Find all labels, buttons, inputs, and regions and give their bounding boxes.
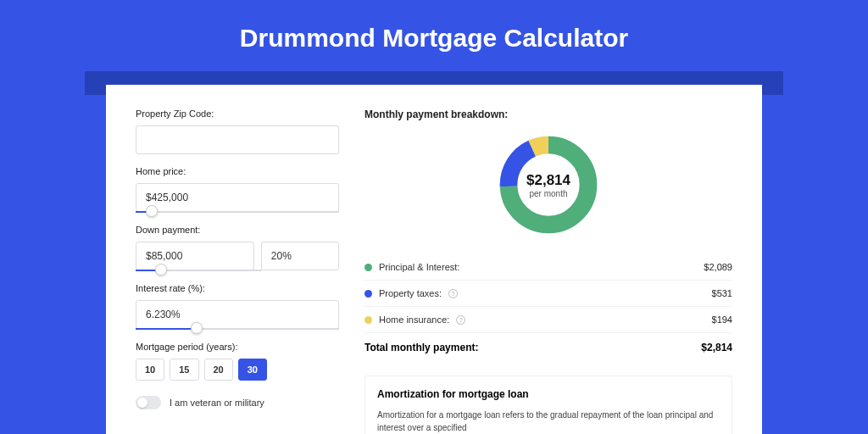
breakdown-column: Monthly payment breakdown: $2,814 per mo… <box>364 108 732 434</box>
down-payment-field: Down payment: <box>136 225 339 271</box>
donut-center: $2,814 per month <box>496 132 601 237</box>
home-price-slider[interactable] <box>136 211 339 213</box>
legend-row-2: Home insurance:?$194 <box>364 307 732 333</box>
legend-dot-icon <box>364 290 372 298</box>
toggle-knob-icon <box>137 398 147 408</box>
period-button-30[interactable]: 30 <box>238 359 267 381</box>
info-icon[interactable]: ? <box>456 315 465 325</box>
period-button-15[interactable]: 15 <box>170 359 198 381</box>
amortization-title: Amortization for mortgage loan <box>377 388 720 400</box>
veteran-toggle[interactable] <box>136 396 161 409</box>
donut-center-amount: $2,814 <box>526 172 570 189</box>
home-price-label: Home price: <box>136 166 339 176</box>
interest-rate-field: Interest rate (%): <box>136 283 339 330</box>
legend-value: $531 <box>712 288 732 298</box>
breakdown-title: Monthly payment breakdown: <box>364 108 732 120</box>
legend-dot-icon <box>364 264 372 271</box>
home-price-slider-thumb[interactable] <box>146 205 158 217</box>
legend-value: $2,089 <box>704 262 732 272</box>
inputs-column: Property Zip Code: Home price: Down paym… <box>136 108 339 434</box>
down-payment-slider-thumb[interactable] <box>155 264 167 275</box>
zip-input[interactable] <box>136 125 339 154</box>
amortization-text: Amortization for a mortgage loan refers … <box>377 409 720 434</box>
total-label: Total monthly payment: <box>364 342 478 353</box>
veteran-toggle-label: I am veteran or military <box>170 398 264 408</box>
interest-rate-input[interactable] <box>136 300 339 329</box>
legend-label: Home insurance: <box>379 314 449 325</box>
page-title: Drummond Mortgage Calculator <box>0 0 868 71</box>
down-payment-amount-input[interactable] <box>136 242 254 270</box>
donut-chart-wrap: $2,814 per month <box>364 132 732 237</box>
zip-field: Property Zip Code: <box>136 108 339 154</box>
calculator-card: Property Zip Code: Home price: Down paym… <box>106 85 762 434</box>
interest-rate-slider-thumb[interactable] <box>191 322 203 334</box>
amortization-box: Amortization for mortgage loan Amortizat… <box>364 376 732 434</box>
legend-label: Principal & Interest: <box>379 262 459 272</box>
home-price-field: Home price: <box>136 166 339 213</box>
veteran-toggle-row: I am veteran or military <box>136 396 339 409</box>
donut-center-sub: per month <box>529 189 567 198</box>
legend-row-1: Property taxes:?$531 <box>364 281 732 307</box>
period-button-10[interactable]: 10 <box>136 359 164 381</box>
home-price-input[interactable] <box>136 183 339 212</box>
legend-value: $194 <box>712 314 732 325</box>
down-payment-label: Down payment: <box>136 225 339 235</box>
zip-label: Property Zip Code: <box>136 108 339 119</box>
mortgage-period-label: Mortgage period (years): <box>136 342 339 352</box>
legend-row-0: Principal & Interest:$2,089 <box>364 254 732 281</box>
interest-rate-slider[interactable] <box>136 328 339 330</box>
down-payment-percent-input[interactable] <box>261 242 339 270</box>
legend-label: Property taxes: <box>379 288 442 298</box>
total-value: $2,814 <box>701 342 732 353</box>
total-row: Total monthly payment: $2,814 <box>364 333 732 362</box>
down-payment-slider[interactable] <box>136 270 262 271</box>
info-icon[interactable]: ? <box>448 289 458 298</box>
interest-rate-label: Interest rate (%): <box>136 283 339 293</box>
period-button-20[interactable]: 20 <box>204 359 233 381</box>
legend-dot-icon <box>364 316 372 324</box>
mortgage-period-field: Mortgage period (years): 10152030 <box>136 342 339 381</box>
donut-chart: $2,814 per month <box>496 132 601 237</box>
